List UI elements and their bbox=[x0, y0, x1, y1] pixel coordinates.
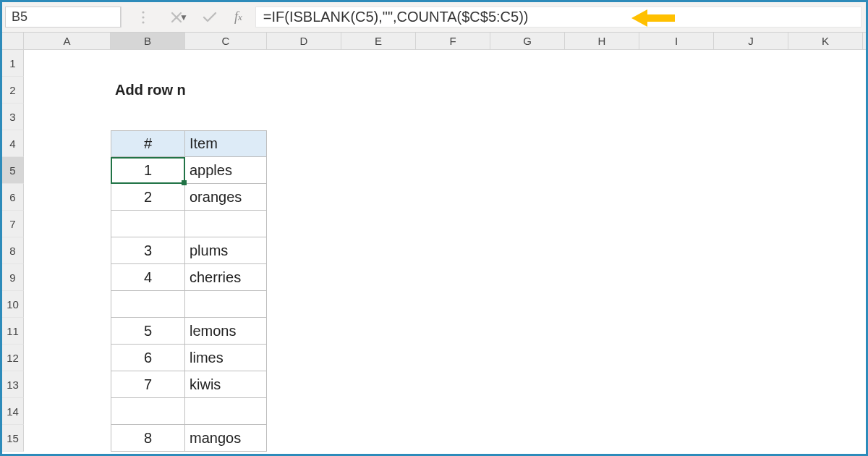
cell[interactable] bbox=[639, 371, 714, 398]
cell[interactable] bbox=[490, 425, 565, 452]
row-header[interactable]: 8 bbox=[2, 237, 24, 264]
table-cell-item[interactable]: plums bbox=[185, 237, 267, 264]
table-cell-num[interactable]: 2 bbox=[111, 184, 185, 211]
cell[interactable] bbox=[24, 50, 111, 77]
cell[interactable] bbox=[24, 371, 111, 398]
cell[interactable] bbox=[416, 264, 490, 291]
cell[interactable] bbox=[490, 77, 565, 104]
cell[interactable] bbox=[341, 104, 416, 130]
cell[interactable] bbox=[639, 345, 714, 371]
table-header-item[interactable]: Item bbox=[185, 130, 267, 157]
formula-input[interactable] bbox=[255, 7, 861, 28]
cell[interactable] bbox=[490, 264, 565, 291]
cell[interactable] bbox=[267, 318, 341, 345]
confirm-icon[interactable] bbox=[201, 9, 218, 26]
cell[interactable] bbox=[24, 211, 111, 237]
cell[interactable] bbox=[341, 50, 416, 77]
cell[interactable] bbox=[416, 237, 490, 264]
cell[interactable] bbox=[267, 291, 341, 318]
name-box[interactable]: ▼ bbox=[5, 7, 121, 28]
cell[interactable] bbox=[111, 104, 185, 130]
cell[interactable] bbox=[24, 345, 111, 371]
cell[interactable] bbox=[24, 130, 111, 157]
column-header-e[interactable]: E bbox=[341, 33, 416, 49]
row-header[interactable]: 9 bbox=[2, 264, 24, 291]
cell[interactable] bbox=[565, 318, 639, 345]
cell[interactable] bbox=[416, 157, 490, 184]
cell[interactable] bbox=[639, 77, 714, 104]
cell[interactable] bbox=[788, 398, 863, 425]
cell[interactable] bbox=[341, 264, 416, 291]
cell[interactable] bbox=[490, 291, 565, 318]
column-header-g[interactable]: G bbox=[490, 33, 565, 49]
cell[interactable] bbox=[185, 50, 267, 77]
table-cell-item[interactable] bbox=[185, 291, 267, 318]
cell[interactable] bbox=[416, 398, 490, 425]
table-cell-item[interactable]: limes bbox=[185, 345, 267, 371]
row-header[interactable]: 11 bbox=[2, 318, 24, 345]
cell[interactable] bbox=[714, 184, 788, 211]
table-header-num[interactable]: # bbox=[111, 130, 185, 157]
cell[interactable] bbox=[490, 157, 565, 184]
cell[interactable] bbox=[788, 184, 863, 211]
column-header-b[interactable]: B bbox=[111, 33, 185, 49]
cell[interactable] bbox=[639, 398, 714, 425]
cell[interactable] bbox=[341, 211, 416, 237]
cell[interactable] bbox=[490, 237, 565, 264]
spreadsheet-grid[interactable]: 1 2 Add row numbers and skip blanks 3 bbox=[2, 50, 866, 452]
cell[interactable] bbox=[714, 104, 788, 130]
cell[interactable] bbox=[416, 318, 490, 345]
cell[interactable] bbox=[267, 211, 341, 237]
cell[interactable] bbox=[788, 345, 863, 371]
page-title[interactable]: Add row numbers and skip blanks bbox=[111, 77, 185, 104]
cell[interactable] bbox=[565, 157, 639, 184]
cell[interactable] bbox=[639, 291, 714, 318]
column-header-j[interactable]: J bbox=[714, 33, 788, 49]
cell[interactable] bbox=[788, 291, 863, 318]
cell[interactable] bbox=[714, 157, 788, 184]
cell[interactable] bbox=[714, 425, 788, 452]
cell[interactable] bbox=[714, 318, 788, 345]
cell[interactable] bbox=[490, 371, 565, 398]
cell[interactable] bbox=[416, 425, 490, 452]
cell[interactable] bbox=[24, 318, 111, 345]
cell[interactable] bbox=[24, 398, 111, 425]
cell[interactable] bbox=[565, 50, 639, 77]
cell[interactable] bbox=[185, 104, 267, 130]
table-cell-num[interactable]: 7 bbox=[111, 371, 185, 398]
cell[interactable] bbox=[565, 211, 639, 237]
cell[interactable] bbox=[565, 184, 639, 211]
cell[interactable] bbox=[639, 130, 714, 157]
row-header[interactable]: 6 bbox=[2, 184, 24, 211]
cell[interactable] bbox=[788, 237, 863, 264]
table-cell-num[interactable] bbox=[111, 211, 185, 237]
cell[interactable] bbox=[490, 345, 565, 371]
cell[interactable] bbox=[490, 398, 565, 425]
column-header-c[interactable]: C bbox=[185, 33, 267, 49]
row-header[interactable]: 10 bbox=[2, 291, 24, 318]
cell[interactable] bbox=[565, 345, 639, 371]
row-header[interactable]: 14 bbox=[2, 398, 24, 425]
row-header[interactable]: 3 bbox=[2, 104, 24, 130]
cell[interactable] bbox=[341, 184, 416, 211]
cell[interactable] bbox=[341, 398, 416, 425]
column-header-f[interactable]: F bbox=[416, 33, 490, 49]
cell[interactable] bbox=[267, 264, 341, 291]
cell[interactable] bbox=[267, 425, 341, 452]
cell[interactable] bbox=[565, 398, 639, 425]
cell[interactable] bbox=[565, 77, 639, 104]
cell[interactable] bbox=[714, 211, 788, 237]
cell[interactable] bbox=[416, 211, 490, 237]
cell[interactable] bbox=[639, 318, 714, 345]
table-cell-item[interactable] bbox=[185, 211, 267, 237]
cell[interactable] bbox=[788, 50, 863, 77]
cell[interactable] bbox=[341, 130, 416, 157]
cell[interactable] bbox=[714, 291, 788, 318]
cell[interactable] bbox=[788, 425, 863, 452]
cell[interactable] bbox=[111, 50, 185, 77]
cell[interactable] bbox=[639, 211, 714, 237]
cell[interactable] bbox=[24, 157, 111, 184]
table-cell-item[interactable]: mangos bbox=[185, 425, 267, 452]
cell[interactable] bbox=[788, 77, 863, 104]
fx-icon[interactable]: fx bbox=[234, 9, 242, 26]
